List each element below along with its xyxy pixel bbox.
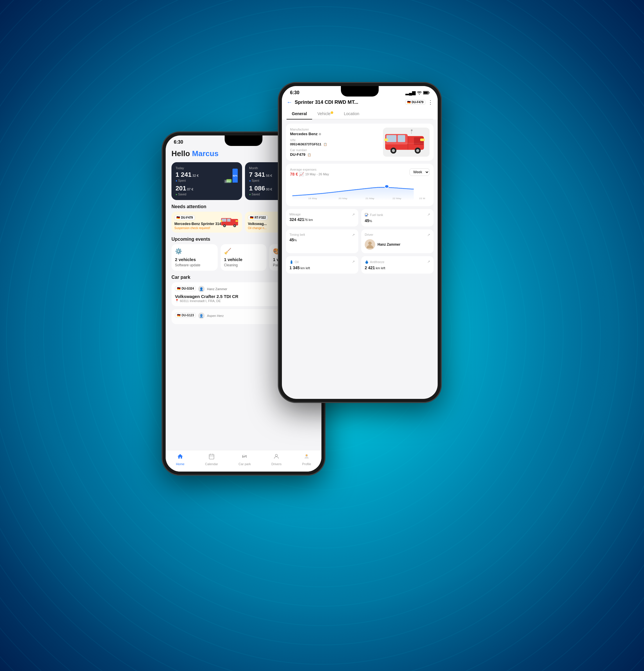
attention-title: Needs attention: [171, 204, 206, 209]
signal-icon-2: ▂▄▆: [405, 90, 415, 96]
svg-point-37: [392, 149, 395, 152]
nav-carpark[interactable]: Car park: [239, 453, 251, 466]
svg-rect-34: [398, 135, 405, 142]
battery-icon-2: [423, 90, 429, 96]
oil-label: Oil: [295, 260, 298, 264]
back-button[interactable]: ←: [286, 99, 292, 105]
svg-rect-45: [411, 129, 412, 131]
fuel-card[interactable]: Fuel tank ↗ 45%: [361, 209, 434, 227]
events-title: Upcoming events: [171, 237, 210, 242]
nav-home-label: Home: [176, 462, 184, 466]
nav-carpark-label: Car park: [239, 462, 251, 466]
fuel-arrow: ↗: [427, 213, 430, 218]
svg-rect-43: [408, 136, 408, 149]
expense-header: Average expenses 78 € 📈 19 May - 26 May …: [290, 168, 429, 176]
antifreeze-value: 2 421 km left: [365, 265, 430, 270]
svg-point-56: [365, 261, 368, 264]
svg-point-27: [306, 455, 308, 456]
expenses-label: Average expenses: [290, 168, 329, 171]
event-card-1[interactable]: ⚙️ 2 vehicles Software update: [171, 244, 218, 271]
svg-rect-11: [236, 220, 238, 222]
vehicle-screen: 6:30 ▂▄▆ ←: [282, 86, 438, 399]
expenses-trend-icon: 📈: [299, 172, 304, 176]
svg-rect-53: [365, 215, 367, 216]
status-time-1: 6:30: [174, 140, 183, 145]
today-cents: 32 €: [192, 174, 198, 177]
svg-text:22 May: 22 May: [392, 197, 401, 200]
manufacturer-value: Mercedes Benz ⊕: [290, 132, 379, 136]
today-saved-label: ● Saved: [176, 193, 238, 196]
today-amount: 1 241: [176, 171, 192, 178]
svg-point-25: [275, 454, 278, 456]
mileage-arrow: ↗: [352, 213, 355, 217]
event-card-2[interactable]: 🧹 1 vehicle Cleaning: [221, 244, 267, 271]
month-saved: 1 086: [249, 185, 265, 192]
event-count-1: 2 vehicles: [175, 257, 214, 262]
attention-card-1[interactable]: 🇩🇪 DU-F479 Mercedes-Benz Sprinter 314...…: [171, 212, 242, 232]
driver-card[interactable]: Driver ↗ Hanz Zammer: [361, 229, 434, 253]
nav-calendar[interactable]: Calendar: [205, 453, 218, 466]
expenses-card: Average expenses 78 € 📈 19 May - 26 May …: [286, 164, 434, 206]
driver-avatar: [365, 239, 375, 250]
location-icon: 📍: [175, 299, 179, 303]
nav-profile-label: Profile: [302, 462, 311, 466]
plate-badge-1: 🇩🇪 DU-F479: [175, 215, 195, 220]
manufacturer-label: Manufacturer: [290, 128, 379, 131]
notch-1: [224, 136, 262, 146]
car1-driver-name: Hanz Zammer: [207, 287, 227, 291]
flag-1: 🇩🇪: [177, 216, 180, 219]
svg-text:21 May: 21 May: [365, 197, 375, 200]
fuel-value: 45%: [365, 218, 430, 223]
month-saved-cents: 00 €: [266, 188, 272, 191]
nav-home[interactable]: Home: [176, 453, 184, 466]
tab-location[interactable]: Location: [338, 109, 364, 119]
event-desc-1: Software update: [175, 263, 214, 267]
plate-badge-2: 🇩🇪 RT-F322: [248, 215, 268, 220]
expenses-amount: 78 €: [290, 172, 298, 176]
notch-2: [341, 86, 379, 97]
month-amount: 7 341: [249, 171, 265, 178]
vehicle-title: Sprinter 314 CDI RWD MT...: [295, 99, 403, 105]
greeting-text: Hello Marcus: [171, 149, 219, 158]
bar-blue: 82%: [232, 169, 238, 182]
vin-value: 09514636373TGF511 📋: [290, 142, 379, 146]
timing-value: 45%: [289, 238, 355, 242]
user-name: Marcus: [192, 149, 219, 158]
metrics-grid: Mileage ↗ 324 42176 km: [286, 209, 434, 274]
today-saved-row: 201 07 €: [176, 185, 238, 192]
nav-drivers-label: Drivers: [271, 462, 282, 466]
antifreeze-card[interactable]: Antifreeze ↗ 2 421 km left: [361, 256, 434, 274]
more-button[interactable]: ⋮: [428, 99, 433, 105]
svg-text:22 M: 22 M: [419, 197, 425, 200]
vin-copy-icon[interactable]: 📋: [323, 143, 327, 146]
svg-rect-41: [384, 138, 388, 141]
mileage-card[interactable]: Mileage ↗ 324 42176 km: [286, 209, 358, 227]
event-desc-2: Cleaning: [224, 263, 263, 267]
nav-drivers[interactable]: Drivers: [271, 453, 282, 466]
tab-general[interactable]: General: [286, 109, 312, 119]
oil-arrow: ↗: [352, 259, 355, 265]
event-icon-2: 🧹: [224, 248, 263, 255]
plate-copy-icon[interactable]: 📋: [308, 153, 311, 156]
today-saved: 201: [176, 185, 186, 192]
oil-card[interactable]: Oil ↗ 1 345 km left: [286, 256, 358, 274]
expense-amount-row: 78 € 📈 19 May - 26 May: [290, 172, 329, 176]
bar-pct-blue: 82%: [233, 175, 237, 177]
phone-vehicle: 6:30 ▂▄▆ ←: [279, 83, 441, 402]
car2-driver-name: Aspen Herz: [207, 314, 223, 317]
today-card[interactable]: Today 1 241 32 € ● Spent 201 07 € ● Save…: [171, 162, 242, 200]
svg-rect-55: [291, 261, 292, 264]
vin-label: VIN: [290, 138, 379, 142]
fuel-icon: [365, 213, 369, 218]
week-selector[interactable]: Week: [410, 168, 429, 176]
wifi-icon-2: [417, 90, 422, 96]
vehicle-flag: 🇩🇪: [407, 101, 411, 104]
antifreeze-icon: [365, 259, 369, 265]
nav-profile[interactable]: Profile: [302, 453, 311, 466]
attention-card-1-inner: 🇩🇪 DU-F479 Mercedes-Benz Sprinter 314...…: [175, 215, 239, 230]
timing-card[interactable]: Timing belt ↗ 45%: [286, 229, 358, 253]
svg-point-39: [416, 149, 419, 152]
van-image-1: [220, 215, 241, 229]
svg-point-46: [385, 185, 389, 188]
tab-vehicle[interactable]: Vehicle🟡: [312, 109, 338, 119]
